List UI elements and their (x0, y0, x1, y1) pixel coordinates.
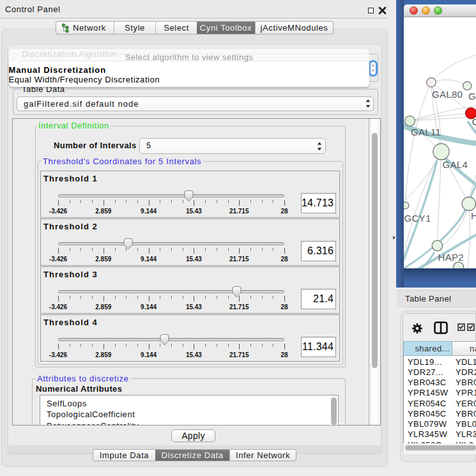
svg-text:HAP2: HAP2 (438, 252, 464, 263)
svg-text:C: C (472, 116, 476, 127)
svg-text:GAL11: GAL11 (411, 127, 441, 137)
svg-text:GCY1: GCY1 (404, 213, 431, 224)
svg-text:H: H (471, 210, 476, 221)
svg-text:GA: GA (468, 91, 476, 102)
svg-text:GAL4: GAL4 (443, 159, 468, 170)
svg-text:GAL80: GAL80 (432, 89, 463, 100)
